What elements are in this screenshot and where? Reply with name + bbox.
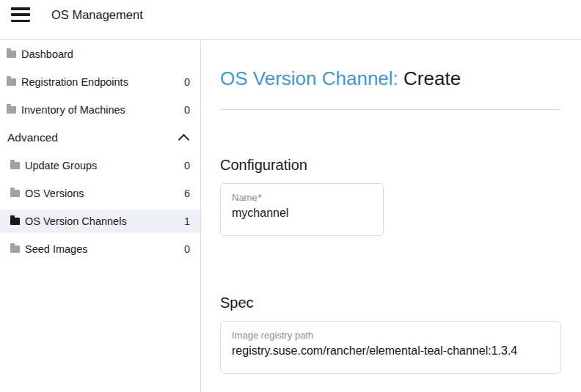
required-asterisk: *: [258, 192, 262, 203]
sidebar-item-count: 0: [184, 243, 190, 255]
sidebar-item-count: 0: [184, 104, 190, 116]
page-title-action: Create: [403, 67, 461, 89]
spec-heading: Spec: [220, 293, 561, 312]
image-registry-path-label: Image registry path: [232, 329, 549, 341]
hamburger-bar: [11, 13, 30, 16]
sidebar-item-label: Inventory of Machines: [21, 104, 125, 116]
sidebar-item-label: OS Versions: [25, 188, 84, 199]
folder-icon: [7, 78, 16, 86]
sidebar-item-label: Seed Images: [25, 243, 87, 255]
folder-icon: [7, 106, 16, 114]
sidebar-item-count: 1: [184, 215, 190, 227]
folder-icon: [10, 162, 20, 169]
name-field[interactable]: Name*: [220, 183, 384, 236]
configuration-heading: Configuration: [220, 155, 561, 174]
sidebar-item-seed-images[interactable]: Seed Images 0: [0, 237, 200, 261]
page-title: OS Version Channel: Create: [220, 67, 561, 89]
sidebar-item-os-version-channels[interactable]: OS Version Channels 1: [0, 210, 200, 233]
sidebar-item-label: Update Groups: [25, 160, 97, 171]
sidebar-item-label: Registration Endpoints: [21, 76, 128, 88]
page-title-resource: OS Version Channel:: [220, 67, 398, 89]
hamburger-bar: [11, 7, 30, 10]
sidebar-item-label: OS Version Channels: [25, 215, 127, 227]
sidebar-item-registration-endpoints[interactable]: Registration Endpoints 0: [0, 70, 200, 94]
main-panel: OS Version Channel: Create Configuration…: [201, 40, 581, 392]
sidebar-item-count: 0: [184, 160, 190, 171]
app-window: OS Management Dashboard Registration End…: [0, 0, 581, 392]
sidebar-item-os-versions[interactable]: OS Versions 6: [0, 182, 200, 205]
hamburger-menu-icon[interactable]: [11, 7, 30, 22]
image-registry-path-input[interactable]: [232, 344, 549, 358]
title-divider: [220, 109, 561, 110]
folder-icon: [10, 245, 20, 253]
name-field-label: Name*: [232, 191, 372, 204]
folder-icon: [10, 190, 20, 197]
hamburger-bar: [11, 20, 30, 23]
sidebar-group-advanced[interactable]: Advanced: [0, 126, 200, 149]
content-row: Dashboard Registration Endpoints 0 Inven…: [0, 40, 581, 392]
sidebar: Dashboard Registration Endpoints 0 Inven…: [0, 40, 201, 392]
sidebar-item-update-groups[interactable]: Update Groups 0: [0, 154, 200, 177]
chevron-up-icon: [178, 133, 190, 145]
name-label-text: Name: [232, 192, 257, 203]
header: OS Management: [0, 0, 581, 40]
sidebar-item-count: 0: [184, 76, 190, 88]
app-title: OS Management: [51, 8, 143, 22]
sidebar-item-label: Dashboard: [21, 48, 73, 60]
sidebar-item-dashboard[interactable]: Dashboard: [0, 42, 200, 66]
folder-icon: [10, 218, 20, 225]
name-input[interactable]: [232, 207, 372, 220]
image-registry-path-field[interactable]: Image registry path: [220, 321, 561, 374]
folder-icon: [7, 51, 16, 58]
sidebar-item-count: 6: [184, 188, 190, 199]
sidebar-item-inventory-of-machines[interactable]: Inventory of Machines 0: [0, 98, 200, 122]
sidebar-group-label: Advanced: [7, 131, 58, 144]
